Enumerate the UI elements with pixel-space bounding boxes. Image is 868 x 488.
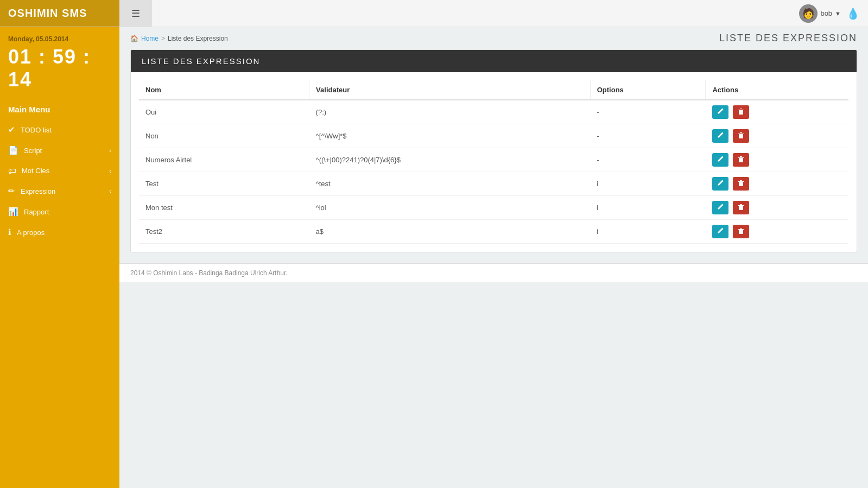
cell-options: i (590, 196, 706, 220)
cell-validateur: ^test (309, 172, 591, 196)
sidebar-item-script[interactable]: 📄 Script ‹ (0, 140, 119, 161)
delete-button[interactable] (733, 153, 749, 167)
cell-validateur: ^((\+|00)?241)?0(4|7)\d{6}$ (309, 148, 591, 172)
menu-toggle-button[interactable]: ☰ (119, 0, 152, 27)
cell-nom: Numeros Airtel (139, 148, 309, 172)
main-content: 🏠 Home > Liste des Expression LISTE DES … (119, 27, 868, 488)
sidebar-item-label: Script (24, 147, 42, 155)
sidebar-item-todo[interactable]: ✔ TODO list (0, 119, 119, 140)
cell-validateur: a$ (309, 220, 591, 244)
avatar: 🧑 (799, 4, 818, 23)
edit-button[interactable] (712, 225, 728, 238)
delete-button[interactable] (733, 201, 749, 214)
table-head: Nom Validateur Options Actions (139, 80, 848, 100)
cell-options: i (590, 172, 706, 196)
cell-nom: Test (139, 172, 309, 196)
cell-nom: Mon test (139, 196, 309, 220)
cell-actions (706, 148, 848, 172)
cell-actions (706, 100, 848, 124)
breadcrumb: 🏠 Home > Liste des Expression (130, 35, 228, 42)
trash-icon (738, 108, 744, 115)
cell-options: - (590, 100, 706, 124)
trash-icon (738, 180, 744, 186)
trash-icon (738, 227, 744, 234)
edit-icon (717, 204, 724, 210)
edit-button[interactable] (712, 177, 728, 191)
col-validateur: Validateur (309, 80, 591, 100)
sidebar-item-label: Rapport (24, 208, 49, 216)
edit-button[interactable] (712, 105, 728, 119)
edit-button[interactable] (712, 201, 728, 214)
check-icon: ✔ (8, 125, 15, 135)
chart-icon: 📊 (8, 207, 18, 217)
cell-options: - (590, 148, 706, 172)
username-label: bob (820, 9, 832, 17)
water-icon: 💧 (846, 7, 860, 20)
col-actions: Actions (706, 80, 848, 100)
cell-nom: Test2 (139, 220, 309, 244)
sidebar-item-rapport[interactable]: 📊 Rapport (0, 201, 119, 222)
hamburger-icon: ☰ (131, 8, 140, 20)
card-header: LISTE DES EXPRESSION (131, 50, 857, 72)
table-row: Non ^[^\Ww]*$ - (139, 124, 848, 148)
trash-icon (738, 204, 744, 210)
table-row: Test ^test i (139, 172, 848, 196)
tag-icon: 🏷 (8, 166, 16, 175)
cell-validateur: ^[^\Ww]*$ (309, 124, 591, 148)
delete-button[interactable] (733, 105, 749, 119)
navbar: OSHIMIN SMS ☰ 🧑 bob ▼ 💧 (0, 0, 868, 27)
cell-actions (706, 172, 848, 196)
sidebar: Monday, 05.05.2014 01 : 59 : 14 Main Men… (0, 27, 119, 488)
breadcrumb-bar: 🏠 Home > Liste des Expression LISTE DES … (119, 27, 868, 49)
cell-actions (706, 220, 848, 244)
delete-button[interactable] (733, 177, 749, 191)
cell-validateur: (?:) (309, 100, 591, 124)
sidebar-menu-title: Main Menu (0, 97, 119, 119)
sidebar-datetime: Monday, 05.05.2014 01 : 59 : 14 (0, 27, 119, 97)
cell-options: - (590, 124, 706, 148)
edit-button[interactable] (712, 129, 728, 143)
edit-icon (717, 156, 724, 162)
edit-button[interactable] (712, 153, 728, 167)
sidebar-item-mot-cles[interactable]: 🏷 Mot Cles ‹ (0, 161, 119, 181)
sidebar-item-expression[interactable]: ✏ Expression ‹ (0, 181, 119, 201)
edit-icon (717, 108, 724, 115)
pencil-icon: ✏ (8, 186, 15, 196)
expression-card: LISTE DES EXPRESSION Nom Validateur Opti… (130, 49, 857, 252)
col-options: Options (590, 80, 706, 100)
trash-icon (738, 156, 744, 162)
app-title: OSHIMIN SMS (8, 7, 87, 20)
breadcrumb-home-link[interactable]: Home (141, 35, 159, 42)
chevron-down-icon: ▼ (835, 10, 841, 17)
user-dropdown[interactable]: 🧑 bob ▼ (799, 4, 841, 23)
document-icon: 📄 (8, 145, 18, 155)
delete-button[interactable] (733, 129, 749, 143)
sidebar-item-apropos[interactable]: ℹ A propos (0, 222, 119, 243)
card-body: Nom Validateur Options Actions Oui (?:) … (131, 72, 857, 252)
edit-icon (717, 227, 724, 234)
layout: Monday, 05.05.2014 01 : 59 : 14 Main Men… (0, 27, 868, 488)
edit-icon (717, 132, 724, 138)
info-icon: ℹ (8, 227, 11, 237)
table-header-row: Nom Validateur Options Actions (139, 80, 848, 100)
page-heading: LISTE DES EXPRESSION (719, 33, 857, 44)
trash-icon (738, 132, 744, 138)
chevron-right-icon: ‹ (109, 168, 111, 174)
table-body: Oui (?:) - Non ^[^\Ww]*$ - (139, 100, 848, 244)
sidebar-item-label: A propos (17, 229, 45, 237)
footer: 2014 © Oshimin Labs - Badinga Badinga Ul… (119, 263, 868, 282)
chevron-right-icon: ‹ (109, 147, 111, 154)
navbar-right: 🧑 bob ▼ 💧 (799, 4, 868, 23)
cell-actions (706, 196, 848, 220)
expression-table: Nom Validateur Options Actions Oui (?:) … (139, 80, 848, 244)
app-brand: OSHIMIN SMS (0, 0, 119, 27)
cell-nom: Non (139, 124, 309, 148)
chevron-right-icon: ‹ (109, 188, 111, 194)
footer-text: 2014 © Oshimin Labs - Badinga Badinga Ul… (130, 269, 288, 277)
cell-actions (706, 124, 848, 148)
cell-nom: Oui (139, 100, 309, 124)
sidebar-date: Monday, 05.05.2014 (8, 35, 111, 43)
table-row: Numeros Airtel ^((\+|00)?241)?0(4|7)\d{6… (139, 148, 848, 172)
home-icon: 🏠 (130, 35, 138, 42)
delete-button[interactable] (733, 225, 749, 238)
